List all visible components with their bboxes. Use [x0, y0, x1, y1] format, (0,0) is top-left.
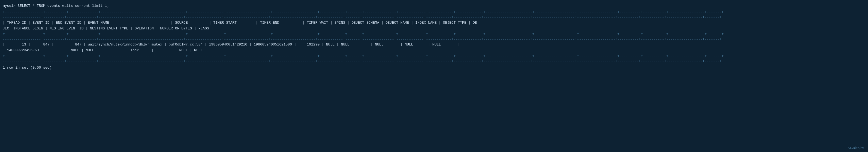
watermark-text: CSDN@小小鱼 — [848, 146, 865, 150]
separator-top2: ------------------+----------+----------… — [3, 15, 865, 20]
column-header-1: | THREAD_ID | EVENT_ID | END_EVENT_ID | … — [3, 20, 865, 26]
result-summary: 1 row in set (0.00 sec) — [3, 65, 865, 71]
column-header-2: JECT_INSTANCE_BEGIN | NESTING_EVENT_ID |… — [3, 26, 865, 32]
separator-top: +------------------+----------+---------… — [3, 9, 865, 15]
sql-command: mysql> SELECT * FROM events_waits_curren… — [3, 3, 865, 9]
separator-mid1: +------------------+----------+---------… — [3, 31, 865, 37]
separator-bot2: ------------------+----------+----------… — [3, 59, 865, 64]
terminal-window: mysql> SELECT * FROM events_waits_curren… — [0, 0, 868, 152]
separator-mid2: ------------------+----------+----------… — [3, 37, 865, 42]
data-row-1: | 13 | 847 | 847 | wait/synch/mutex/inno… — [3, 42, 865, 48]
separator-bot1: +------------------+----------+---------… — [3, 53, 865, 59]
data-row-2: 140009723496960 | NULL | NULL | lock | N… — [3, 48, 865, 53]
